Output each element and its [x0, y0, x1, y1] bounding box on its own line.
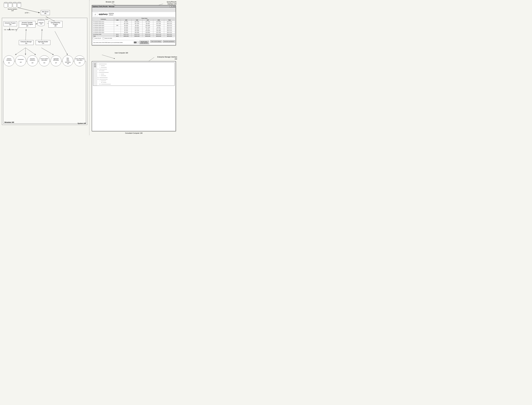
- http-label: HTTP →: [25, 12, 30, 14]
- min-btn[interactable]: _: [170, 6, 171, 7]
- row-0-v3: $27,704K: [142, 21, 153, 23]
- customers-header: Customers: [93, 17, 114, 21]
- row-2-v0: $0K: [114, 25, 121, 26]
- em-sidebar: P Q: [93, 63, 97, 86]
- tree-icon-0: ○: [98, 63, 98, 65]
- source-system-area: Source System 110: [4, 3, 21, 11]
- row-total-v1: $XXX,XXX: [121, 35, 132, 37]
- em-sidebar-icon-2[interactable]: Q: [94, 65, 96, 67]
- tree-item-6: ○: [98, 73, 174, 75]
- aggregate-info-circle: Aggregate Information 167: [51, 55, 61, 66]
- select-all[interactable]: [103, 37, 104, 39]
- row-2-v1: $3,762K: [121, 25, 132, 26]
- user-computer-label: User Computer 180: [115, 52, 128, 54]
- row-6-v1: $2,342K: [121, 32, 132, 34]
- svg-line-15: [102, 55, 115, 59]
- row-5-name: A Customer Name Here: [93, 30, 114, 32]
- tree-icon-7: ○: [100, 75, 100, 76]
- row-remaining-v2: $XXX,XXX: [132, 34, 142, 35]
- table-row: A Customer Name Here $27,704K $27,704K $…: [93, 23, 175, 25]
- row-remaining-v1: $XXX,XXX: [121, 34, 132, 35]
- drill-text: If you select some of the ROWS above, yo…: [93, 42, 133, 43]
- row-2-v3: $25,168K: [142, 25, 153, 26]
- drill-down-button[interactable]: CREATE DRILLDOWN REPORT: [140, 41, 149, 44]
- row-2-v4: $15,964K: [153, 25, 164, 26]
- row-6-name: A Customer Name Here: [93, 32, 114, 34]
- row-2-name: A Customer Name Here: [93, 25, 114, 26]
- browser-title-bar: Epiphany Clarity Results - Netscape _ □ …: [92, 5, 175, 8]
- left-side: Source System 110 Web Server 186 HTTP → …: [0, 0, 89, 135]
- cylinder-2: [8, 3, 12, 8]
- tree-item-3: ✕: [98, 68, 174, 70]
- metadata-boundary: [3, 61, 86, 124]
- metadata-label: Metadata 160: [5, 122, 14, 123]
- row-total-v0: $XXX: [114, 35, 121, 37]
- table-row: A Customer Name Here $3,762K $25,168K $2…: [93, 21, 175, 23]
- cylinder-3: [13, 3, 17, 8]
- row-3-v4: $3,762K: [153, 26, 164, 28]
- row-0-v1: $3,762K: [121, 21, 132, 23]
- epiphany-header: ℯ epiphany MarketingSoftware: [93, 13, 175, 17]
- year-1997: 1997: [142, 19, 153, 21]
- row-2-v2: $3,762K: [132, 25, 142, 26]
- save-settings-button[interactable]: Save current settings: [150, 40, 162, 43]
- epiphany-brand: epiphany: [99, 13, 108, 15]
- row-1-name: A Customer Name Here: [93, 23, 114, 25]
- row-4-v0: [114, 28, 121, 30]
- row-0-v5: $XXX,XXX: [164, 21, 175, 23]
- row-4-v4: $27,704K: [153, 28, 164, 30]
- download-spreadsheet-button[interactable]: Download spreadsheet: [163, 40, 175, 43]
- year-1996: 1996: [132, 19, 142, 21]
- aggregate-builder-box: Aggregate Builder 170: [36, 40, 50, 45]
- table-row: A Customer Name Here $4,342K $25,168K $1…: [93, 30, 175, 32]
- tree-icon-11: ✕: [101, 82, 102, 83]
- tree-item-12: ✕: [98, 83, 174, 85]
- row-remaining-v3: $XXX,XXX: [142, 34, 153, 35]
- web-server-box: Web Server 186: [41, 10, 50, 15]
- row-3-v1: $3,762K: [121, 26, 132, 28]
- row-5-v0: [114, 30, 121, 32]
- browser-toolbar-2: [92, 10, 175, 12]
- staging-tables-box: ⊣⊢ Staging Tables 130: [4, 29, 17, 31]
- row-3-v0: [114, 26, 121, 28]
- tree-icon-5: ○: [98, 72, 98, 73]
- row-5-v4: $25,168K: [153, 30, 164, 32]
- check-top-10[interactable]: [93, 37, 94, 39]
- query-reporting-box: Query/Reporting Program 104: [48, 21, 62, 27]
- year-total: Total: [164, 19, 175, 21]
- row-4-v3: $3,762K: [142, 28, 153, 30]
- close-btn[interactable]: ✕: [173, 6, 175, 7]
- cylinder-1: [4, 3, 8, 8]
- semantic-conversion-box: Semantic Template Conversion Program 140: [19, 21, 35, 27]
- row-1-v3: $3,762K: [142, 23, 153, 25]
- row-4-v2: $15,964K: [132, 28, 142, 30]
- row-0-v2: $25,168K: [132, 21, 142, 23]
- year-1998: 1998: [153, 19, 164, 21]
- drill-area: If you select some of the ROWS above, yo…: [93, 40, 149, 44]
- semantic-definitions-circle: Semantic Definitions 163: [27, 55, 38, 66]
- table-row-total: Total $XXX $XXX,XXX $XXX,XXX $XXX,XXX $X…: [93, 35, 175, 37]
- em-tree: ○ ○ ○ ✕ ✕ ○ ○ ○ ✕ ✕ ○ ✕ ✕: [97, 63, 175, 86]
- row-1-v0: [114, 23, 121, 25]
- row-total-v5: $XXX,XXX: [164, 35, 175, 37]
- consultant-computer-label: Consultant Computer 190: [89, 132, 178, 134]
- browser-toolbar-1: [92, 8, 175, 10]
- tree-item-2: ○: [98, 67, 174, 68]
- em-container: P Q ○ ○ ○ ✕ ✕ ○ ○ ○ ✕ ✕ ○ ✕ ✕: [92, 61, 176, 131]
- tree-item-8: ✕: [98, 77, 174, 78]
- row-6-v3: $15,964K: [142, 32, 153, 34]
- em-sidebar-icon-1[interactable]: P: [94, 63, 96, 65]
- epiphany-subtitle: MarketingSoftware: [109, 13, 114, 16]
- max-btn[interactable]: □: [172, 6, 173, 7]
- row-4-v5: $XXX,XXX: [164, 28, 175, 30]
- tree-icon-12: ✕: [100, 83, 101, 85]
- check-row: Check Top 10 Select All 10508: [93, 37, 175, 39]
- row-5-v3: $15,964K: [142, 30, 153, 32]
- tree-icon-10: ○: [100, 80, 100, 81]
- tree-item-5: ○: [98, 72, 174, 73]
- year-1994: 1994: [114, 19, 121, 21]
- row-3-v3: $27,704K: [142, 26, 153, 28]
- row-5-v2: $25,168K: [132, 30, 142, 32]
- tree-icon-6: ○: [100, 73, 100, 75]
- source-system-info-circle: Source System Information 164: [39, 55, 50, 66]
